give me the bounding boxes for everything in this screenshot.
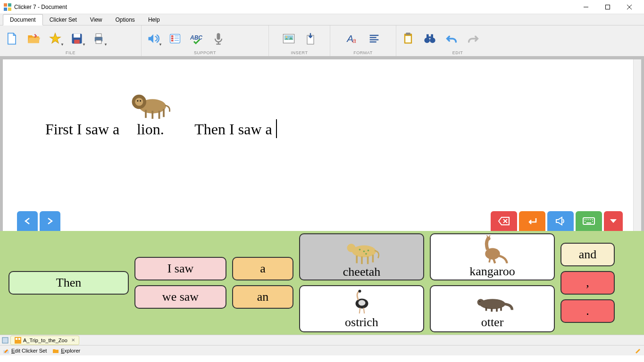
grid-kangaroo[interactable]: kangaroo bbox=[430, 233, 555, 280]
redo-button[interactable] bbox=[463, 29, 483, 49]
maximize-button[interactable] bbox=[597, 0, 619, 14]
menu-view[interactable]: View bbox=[84, 14, 109, 25]
svg-rect-92 bbox=[18, 338, 20, 340]
file-tab-label: A_Trip_to_the_Zoo bbox=[23, 337, 67, 343]
new-document-button[interactable] bbox=[2, 29, 22, 49]
menu-document[interactable]: Document bbox=[3, 14, 43, 25]
clicker-set-icon bbox=[15, 337, 21, 344]
document-page[interactable]: First I saw a lion. Then I saw a bbox=[3, 59, 633, 231]
page-back-button[interactable] bbox=[17, 211, 38, 231]
grid-then[interactable]: Then bbox=[8, 271, 129, 295]
svg-point-47 bbox=[140, 100, 141, 102]
svg-rect-3 bbox=[8, 8, 11, 11]
edit-clicker-set-link[interactable]: Edit Clicker Set bbox=[3, 347, 47, 354]
collapse-button[interactable] bbox=[604, 211, 623, 231]
grid-an[interactable]: an bbox=[232, 285, 293, 309]
triangle-down-icon bbox=[609, 218, 618, 224]
insert-picture-button[interactable] bbox=[279, 29, 299, 49]
svg-rect-16 bbox=[171, 37, 174, 39]
speak-text-button[interactable] bbox=[547, 211, 574, 231]
save-button[interactable]: ▼ bbox=[67, 29, 87, 49]
svg-rect-5 bbox=[606, 5, 610, 9]
svg-point-67 bbox=[367, 249, 369, 251]
document-tab-icon[interactable] bbox=[2, 337, 8, 344]
font-button[interactable]: Aa bbox=[343, 29, 362, 49]
svg-text:ABC: ABC bbox=[190, 34, 202, 41]
nav-buttons bbox=[17, 211, 60, 231]
svg-rect-0 bbox=[4, 3, 7, 7]
favorites-button[interactable]: ▼ bbox=[45, 29, 65, 49]
svg-point-56 bbox=[586, 219, 587, 220]
menu-clicker-set[interactable]: Clicker Set bbox=[43, 14, 84, 25]
cheetah-image bbox=[341, 235, 383, 265]
close-button[interactable] bbox=[619, 0, 640, 14]
grid-cheetah[interactable]: cheetah bbox=[299, 233, 424, 280]
svg-rect-9 bbox=[74, 33, 80, 37]
status-edit-icon[interactable] bbox=[635, 347, 641, 354]
toolbar-format-group: Aa FORMAT bbox=[330, 25, 396, 56]
print-button[interactable]: ▼ bbox=[89, 29, 109, 49]
grid-period[interactable]: . bbox=[560, 299, 615, 323]
svg-rect-2 bbox=[4, 8, 7, 11]
open-folder-icon bbox=[27, 32, 40, 45]
grid-ostrich[interactable]: ostrich bbox=[299, 285, 424, 332]
toolbar-format-label: FORMAT bbox=[332, 50, 394, 56]
grid-a[interactable]: a bbox=[232, 257, 293, 280]
page-forward-button[interactable] bbox=[40, 211, 60, 231]
doc-text-before: First I saw a bbox=[45, 121, 119, 138]
svg-point-66 bbox=[363, 250, 365, 252]
speaker-icon bbox=[147, 32, 160, 45]
svg-point-64 bbox=[347, 244, 355, 252]
ostrich-image bbox=[348, 288, 376, 315]
grid-i-saw[interactable]: I saw bbox=[134, 257, 226, 280]
predictor-button[interactable] bbox=[165, 29, 185, 49]
folder-icon bbox=[52, 347, 59, 354]
toolbar-file-label: FILE bbox=[2, 50, 139, 56]
open-button[interactable] bbox=[24, 29, 43, 49]
grid-comma[interactable]: , bbox=[560, 271, 615, 295]
toolbar: ▼ ▼ ▼ FILE ▼ ABC SUPPORT INSERT Aa FORMA… bbox=[0, 25, 644, 57]
grid-and[interactable]: and bbox=[560, 243, 615, 266]
doc-text-after: Then I saw a bbox=[194, 121, 272, 138]
minimize-button[interactable] bbox=[575, 0, 597, 14]
chevron-down-icon: ▼ bbox=[82, 42, 86, 47]
find-button[interactable] bbox=[420, 29, 440, 49]
explorer-link[interactable]: Explorer bbox=[52, 347, 80, 354]
doc-word-lion: lion. bbox=[128, 83, 173, 138]
grid-otter[interactable]: otter bbox=[430, 285, 555, 332]
lion-image bbox=[128, 83, 173, 121]
svg-rect-15 bbox=[171, 35, 174, 37]
close-icon bbox=[627, 5, 632, 9]
menu-help[interactable]: Help bbox=[142, 14, 167, 25]
svg-rect-17 bbox=[171, 40, 174, 41]
undo-button[interactable] bbox=[442, 29, 461, 49]
delete-button[interactable] bbox=[491, 211, 517, 231]
vertical-scrollbar[interactable] bbox=[633, 59, 641, 231]
spellcheck-button[interactable]: ABC bbox=[187, 29, 207, 49]
edit-icon bbox=[3, 347, 9, 354]
svg-point-58 bbox=[590, 219, 591, 220]
action-buttons bbox=[491, 211, 623, 231]
svg-point-55 bbox=[585, 219, 585, 220]
insert-page-button[interactable] bbox=[301, 29, 320, 49]
microphone-button[interactable] bbox=[209, 29, 228, 49]
enter-button[interactable] bbox=[519, 211, 545, 231]
tab-close-button[interactable]: ✕ bbox=[71, 337, 75, 343]
paste-button[interactable] bbox=[398, 29, 418, 49]
clicker-grid: Then I saw we saw a an cheetah ostrich k… bbox=[0, 231, 644, 335]
toolbar-edit-group: EDIT bbox=[396, 25, 519, 56]
print-icon bbox=[92, 32, 105, 45]
megaphone-icon bbox=[554, 216, 567, 226]
speak-button[interactable]: ▼ bbox=[143, 29, 163, 49]
file-tab[interactable]: A_Trip_to_the_Zoo ✕ bbox=[10, 336, 79, 345]
align-button[interactable] bbox=[364, 29, 384, 49]
font-icon: Aa bbox=[346, 32, 359, 45]
svg-rect-62 bbox=[586, 222, 591, 223]
spellcheck-icon: ABC bbox=[190, 32, 203, 45]
svg-rect-22 bbox=[217, 33, 220, 40]
svg-point-59 bbox=[592, 219, 593, 220]
keyboard-button[interactable] bbox=[576, 211, 602, 231]
grid-we-saw[interactable]: we saw bbox=[134, 285, 226, 309]
toolbar-insert-group: INSERT bbox=[269, 25, 330, 56]
menu-options[interactable]: Options bbox=[109, 14, 142, 25]
